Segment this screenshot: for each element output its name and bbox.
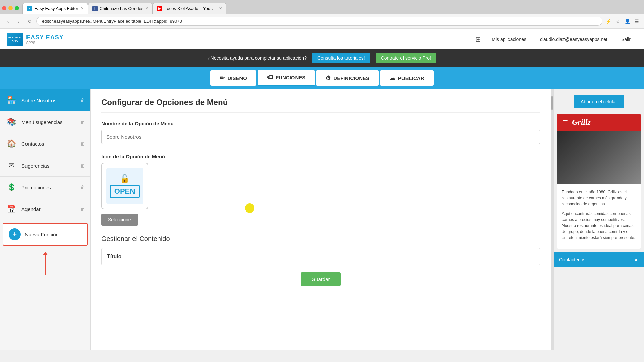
sidebar-label-sugerencias: Sugerencias [21, 163, 49, 169]
scrollbar-thumb[interactable] [551, 96, 553, 110]
tag-icon: 🏷 [267, 74, 273, 81]
open-sign-icon: 🏪 [5, 94, 17, 106]
help-bar: ¿Necesita ayuda para completar su aplica… [0, 49, 644, 67]
sidebar-item-menu[interactable]: 📚 Menú sugerencias 🗑 [0, 111, 90, 133]
sidebar-item-sobre[interactable]: 🏪 Sobre Nosotros 🗑 [0, 89, 90, 111]
sidebar-item-sugerencias[interactable]: ✉ Sugerencias 🗑 [0, 155, 90, 177]
reload-button[interactable]: ↻ [25, 17, 34, 25]
maximize-traffic-light[interactable] [15, 6, 19, 10]
logout-link[interactable]: Salir [614, 29, 637, 49]
chevron-up-icon: ▲ [633, 257, 639, 263]
tab-locos[interactable]: ▶ Locos X el Asado – YouTu... ✕ [153, 3, 226, 14]
tab-close-easy[interactable]: ✕ [80, 6, 84, 11]
delete-menu-icon[interactable]: 🗑 [80, 119, 85, 125]
content-scrollbar[interactable] [551, 89, 553, 350]
tab-close-locos[interactable]: ✕ [219, 6, 222, 11]
preview-panel: Abrir en el celular ☰ Grillz 👨‍🍳 Fundado… [553, 89, 644, 350]
open-icon-display: 🔓 OPEN [106, 168, 143, 204]
menu-icon-label: Icon de la Opción de Menú [101, 154, 540, 159]
add-circle-icon: + [9, 228, 21, 240]
home-icon: 🏠 [5, 138, 17, 150]
delete-sugerencias-icon[interactable]: 🗑 [80, 163, 85, 168]
sidebar-label-contactos: Contactos [21, 141, 44, 147]
manage-content-heading: Gestionar el Contenido [101, 235, 540, 243]
tutorial-button[interactable]: Consulta los tutoriales! [312, 53, 370, 63]
extensions-icon[interactable]: ⚡ [605, 18, 612, 25]
app-header: EASY EASYAPPS EASY EASY APPS ⊞ Mis aplic… [0, 29, 644, 49]
back-button[interactable]: ‹ [4, 17, 12, 25]
logo-text: EASY EASY [26, 34, 64, 41]
menu-icon-section: Icon de la Opción de Menú 🔓 OPEN Selecci… [101, 154, 540, 226]
tab-favicon-fb: f [92, 6, 98, 11]
cloud-icon: ☁ [389, 74, 395, 82]
tab-publicar[interactable]: ☁ PUBLICAR [380, 70, 434, 86]
url-bar[interactable] [36, 17, 602, 26]
bookmark-icon[interactable]: ☆ [614, 18, 621, 25]
delete-sobre-icon[interactable]: 🗑 [80, 98, 85, 103]
preview-contact-bar[interactable]: Contáctenos ▲ [554, 252, 644, 267]
calendar-icon: 📅 [5, 203, 17, 215]
minimize-traffic-light[interactable] [8, 6, 13, 10]
forward-button[interactable]: › [15, 17, 23, 25]
hanger-icon: 🔓 [120, 174, 130, 183]
delete-agendar-icon[interactable]: 🗑 [80, 206, 85, 212]
contact-label: Contáctenos [559, 257, 586, 262]
dollar-icon: 💲 [5, 181, 17, 193]
gear-icon: ⚙ [325, 74, 331, 82]
sidebar-label-promociones: Promociones [21, 185, 51, 190]
tab-chilenazo[interactable]: f Chilenazo Las Condes ✕ [88, 3, 153, 14]
menu-name-label: Nombre de la Opción de Menú [101, 121, 540, 126]
preview-desc1: Fundado en el año 1980, Grillz es el res… [562, 189, 636, 207]
menu-name-section: Nombre de la Opción de Menú [101, 121, 540, 144]
logo-icon: EASY EASYAPPS [7, 33, 23, 46]
tab-label-chilenazo: Chilenazo Las Condes [100, 6, 144, 11]
sidebar-label-sobre: Sobre Nosotros [21, 98, 56, 103]
preview-app-header: ☰ Grillz [557, 114, 641, 131]
nueva-funcion-button[interactable]: + Nueva Función [3, 223, 88, 246]
preview-hero-image: 👨‍🍳 [557, 131, 641, 184]
titulo-label: Título [107, 254, 122, 259]
tab-easy-easy[interactable]: E Easy Easy Apps Editor ✕ [22, 3, 88, 14]
page-title: Configurar de Opciones de Menú [101, 98, 540, 113]
browser-tabs: E Easy Easy Apps Editor ✕ f Chilenazo La… [0, 0, 644, 14]
app-logo: EASY EASYAPPS EASY EASY APPS [7, 33, 64, 46]
book-icon: 📚 [5, 116, 17, 128]
profile-icon[interactable]: 👤 [624, 18, 631, 25]
menu-icon[interactable]: ☰ [633, 18, 640, 25]
logo-subtext: APPS [26, 41, 64, 45]
select-icon-button[interactable]: Seleccione [101, 214, 138, 226]
tab-diseno[interactable]: ✏ DISEÑO [210, 70, 256, 86]
open-mobile-button[interactable]: Abrir en el celular [574, 95, 624, 108]
browser-controls: ‹ › ↻ ⚡ ☆ 👤 ☰ [0, 14, 644, 29]
sidebar-item-promociones[interactable]: 💲 Promociones 🗑 [0, 177, 90, 198]
tab-favicon-yt: ▶ [157, 6, 162, 11]
tab-favicon-easy: E [27, 6, 32, 11]
delete-promociones-icon[interactable]: 🗑 [80, 185, 85, 190]
sidebar-item-contactos[interactable]: 🏠 Contactos 🗑 [0, 133, 90, 155]
open-text: OPEN [110, 185, 140, 198]
grid-icon[interactable]: ⊞ [471, 35, 485, 43]
tab-publicar-label: PUBLICAR [398, 75, 424, 81]
tab-definiciones[interactable]: ⚙ DEFINICIONES [316, 70, 379, 86]
menu-name-input[interactable] [101, 130, 540, 144]
sidebar-label-menu: Menú sugerencias [21, 119, 63, 125]
sidebar-item-agendar[interactable]: 📅 Agendar 🗑 [0, 198, 90, 220]
preview-hamburger-icon: ☰ [562, 119, 568, 126]
pro-button[interactable]: Contrate el servicio Pro! [376, 53, 436, 63]
user-email-link[interactable]: claudio.diaz@easyeasyapps.net [533, 29, 614, 49]
nav-tabs: ✏ DISEÑO 🏷 FUNCIONES ⚙ DEFINICIONES ☁ PU… [0, 67, 644, 89]
mail-icon: ✉ [5, 160, 17, 172]
sidebar-label-agendar: Agendar [21, 206, 41, 212]
icon-selector[interactable]: 🔓 OPEN [101, 163, 148, 209]
tab-close-chilenazo[interactable]: ✕ [145, 6, 148, 11]
close-traffic-light[interactable] [2, 6, 6, 10]
main-area: 🏪 Sobre Nosotros 🗑 📚 Menú sugerencias 🗑 … [0, 89, 644, 350]
mis-aplicaciones-link[interactable]: Mis aplicaciones [485, 29, 533, 49]
save-button[interactable]: Guardar [301, 272, 340, 286]
tab-diseno-label: DISEÑO [227, 75, 247, 81]
help-message: ¿Necesita ayuda para completar su aplica… [208, 55, 307, 61]
tab-funciones[interactable]: 🏷 FUNCIONES [258, 70, 315, 86]
nueva-funcion-label: Nueva Función [25, 232, 59, 237]
delete-contactos-icon[interactable]: 🗑 [80, 141, 85, 146]
preview-app-title: Grillz [572, 118, 591, 127]
